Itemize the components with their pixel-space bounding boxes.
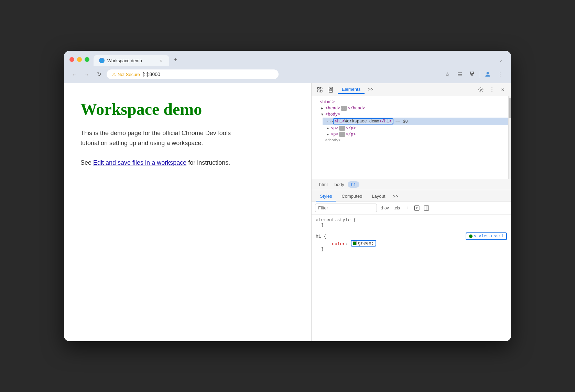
css-selector-h1: h1 { (316, 234, 326, 239)
page-paragraph-1: This is the demo page for the official C… (80, 128, 232, 148)
breadcrumb-body[interactable]: body (331, 181, 348, 188)
css-selector-element-style: element.style { (316, 217, 356, 222)
address-input[interactable]: ⚠ Not Secure [::]∶8000 (107, 69, 279, 79)
svg-rect-13 (424, 206, 429, 210)
ellipsis-head[interactable]: ··· (341, 106, 347, 111)
dom-line-head[interactable]: <head> ··· </head> (317, 105, 511, 111)
filter-row: :hov .cls + (312, 202, 511, 215)
reload-button[interactable]: ↻ (94, 69, 104, 79)
new-style-rule-icon[interactable] (413, 204, 421, 212)
device-toolbar-icon[interactable] (327, 86, 335, 94)
css-prop-name-color: color (332, 241, 345, 247)
tab-more-button[interactable]: >> (366, 86, 376, 94)
triangle-body[interactable] (321, 113, 325, 117)
svg-rect-4 (317, 90, 319, 92)
paragraph-2-after: for instructions. (186, 159, 230, 166)
hov-filter-button[interactable]: :hov (380, 205, 390, 211)
menu-icon[interactable]: ⋮ (495, 69, 506, 80)
page-heading: Workspace demo (80, 100, 295, 119)
paragraph-2-before: See (80, 159, 93, 166)
settings-icon[interactable] (477, 86, 485, 94)
css-source-dot (469, 235, 473, 238)
css-source-link[interactable]: styles.css:1 (466, 232, 507, 240)
tab-computed[interactable]: Computed (337, 192, 366, 202)
css-source-label: styles.css:1 (474, 234, 503, 239)
toolbar-icons: ☆ ⋮ (442, 69, 506, 80)
styles-more-button[interactable]: >> (391, 193, 400, 200)
dom-scrollbar[interactable] (508, 96, 511, 179)
devtools-tabs: Elements >> (338, 85, 376, 94)
breadcrumb-bar: html body h1 (312, 179, 511, 190)
toolbar-divider (480, 71, 480, 78)
not-secure-label: Not Secure (118, 72, 140, 77)
dom-line-html[interactable]: <html> (312, 99, 511, 105)
tab-title: Workspace demo (107, 58, 155, 63)
h1-node-outline: <h1>Workspace demo</h1> (333, 118, 393, 124)
inspect-element-icon[interactable] (316, 86, 324, 94)
css-rule-h1: h1 { styles.css:1 color: green; } (316, 232, 507, 252)
address-bar: ← → ↻ ⚠ Not Secure [::]∶8000 ☆ (64, 66, 511, 83)
maximize-window-button[interactable] (85, 57, 89, 62)
extensions-icon[interactable] (454, 69, 465, 80)
color-value-outline: green; (351, 240, 376, 247)
close-window-button[interactable] (69, 57, 74, 62)
styles-panel: Styles Computed Layout >> :hov .cls + (312, 190, 511, 341)
cls-filter-button[interactable]: .cls (392, 205, 401, 211)
devtools-header: Elements >> ⋮ ✕ (312, 83, 511, 96)
more-options-icon[interactable]: ⋮ (488, 86, 496, 94)
page-paragraph-2: See Edit and save files in a workspace f… (80, 158, 232, 168)
browser-window: 🌐 Workspace demo × + ⌄ ← → ↻ ⚠ Not Secur… (64, 51, 511, 341)
dom-line-p1[interactable]: <p> ··· </p> (323, 125, 511, 131)
tab-dropdown-button[interactable]: ⌄ (496, 55, 506, 65)
toggle-sidebar-icon[interactable] (423, 204, 430, 212)
minimize-window-button[interactable] (77, 57, 82, 62)
css-rule-element-style: element.style { } (316, 217, 507, 228)
main-content: Workspace demo This is the demo page for… (64, 83, 511, 341)
triangle-head[interactable] (321, 106, 325, 110)
dom-line-p2[interactable]: <p> ··· </p> (323, 131, 511, 138)
address-url: [::]∶8000 (143, 72, 160, 77)
dom-equals: == $0 (395, 119, 408, 124)
svg-rect-3 (321, 87, 322, 89)
dom-scrollbar-thumb[interactable] (509, 98, 511, 118)
filter-input[interactable] (315, 204, 377, 212)
dom-body-close-partial: </body> (312, 138, 511, 143)
svg-rect-2 (317, 87, 319, 89)
close-devtools-icon[interactable]: ✕ (499, 86, 507, 94)
devtools-icon[interactable] (467, 69, 478, 80)
traffic-lights (69, 57, 89, 66)
add-style-rule-icon[interactable]: + (403, 204, 411, 212)
new-tab-button[interactable]: + (171, 55, 180, 65)
workspace-link[interactable]: Edit and save files in a workspace (93, 159, 186, 166)
back-button[interactable]: ← (69, 69, 79, 79)
bookmark-icon[interactable]: ☆ (442, 69, 453, 80)
css-property-color: color: green; (316, 240, 507, 247)
browser-tab[interactable]: 🌐 Workspace demo × (94, 55, 169, 66)
dom-line-body[interactable]: <body> (317, 111, 511, 118)
breadcrumb-h1[interactable]: h1 (348, 181, 359, 188)
breadcrumb-html[interactable]: html (316, 181, 331, 188)
css-rule-element-style-header: element.style { (316, 217, 507, 222)
page-content: Workspace demo This is the demo page for… (64, 83, 312, 341)
ellipsis-p2[interactable]: ··· (339, 132, 345, 137)
triangle-p1[interactable] (327, 126, 331, 130)
tab-layout[interactable]: Layout (368, 192, 389, 202)
filter-buttons: :hov .cls + (380, 204, 430, 212)
css-property-empty: } (316, 222, 507, 228)
triangle-p2[interactable] (327, 132, 331, 137)
css-rule-h1-header: h1 { styles.css:1 (316, 232, 507, 240)
svg-rect-8 (330, 89, 332, 91)
svg-point-1 (487, 72, 489, 74)
forward-button[interactable]: → (82, 69, 91, 79)
tab-close-button[interactable]: × (158, 58, 164, 63)
css-prop-value-color: green; (358, 241, 374, 246)
tab-styles[interactable]: Styles (316, 192, 336, 202)
styles-tabs: Styles Computed Layout >> (312, 190, 511, 202)
dom-line-h1[interactable]: ··· <h1>Workspace demo</h1> == $0 (323, 118, 511, 125)
svg-rect-5 (321, 90, 322, 92)
css-property-close: } (316, 247, 507, 252)
tab-elements[interactable]: Elements (338, 85, 365, 94)
color-swatch[interactable] (353, 241, 357, 245)
ellipsis-p1[interactable]: ··· (339, 126, 345, 131)
profile-icon[interactable] (482, 69, 493, 80)
